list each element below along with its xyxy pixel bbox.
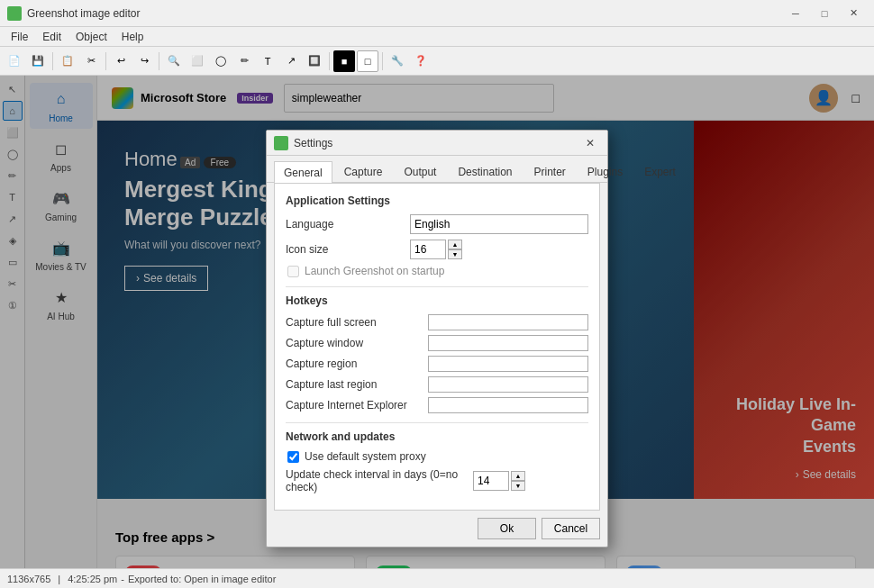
hotkey-region-label: Capture region (286, 357, 421, 370)
menu-edit[interactable]: Edit (35, 29, 68, 45)
toolbar-new[interactable]: 📄 (4, 50, 25, 72)
language-select-wrapper: English (410, 214, 588, 234)
toolbar: 📄 💾 📋 ✂ ↩ ↪ 🔍 ⬜ ◯ ✏ T ↗ 🔲 ■ □ 🔧 ❓ (0, 47, 874, 76)
language-label: Language (286, 218, 403, 231)
icon-size-control: ▲ ▼ (410, 240, 588, 259)
settings-tabs: General Capture Output Destination Print… (267, 156, 607, 183)
toolbar-separator-1 (52, 52, 53, 70)
toolbar-separator-5 (382, 52, 383, 70)
hotkey-fullscreen-input[interactable] (428, 314, 588, 330)
menu-bar: File Edit Object Help (0, 27, 874, 47)
tab-output[interactable]: Output (394, 161, 446, 182)
hotkey-lastregion-label: Capture last region (286, 378, 421, 391)
hotkeys-section: Hotkeys Capture full screen Capture wind… (286, 286, 588, 413)
hotkey-fullscreen-label: Capture full screen (286, 316, 421, 329)
menu-help[interactable]: Help (114, 29, 151, 45)
proxy-label: Use default system proxy (305, 450, 426, 463)
hotkey-region-input[interactable] (428, 356, 588, 372)
status-time: 4:25:25 pm (68, 574, 117, 584)
toolbar-arrow[interactable]: ↗ (280, 50, 302, 72)
dialog-overlay: Settings ✕ General Capture Output Destin… (0, 76, 874, 568)
menu-file[interactable]: File (4, 29, 35, 45)
status-resolution: 1136x765 (7, 574, 50, 584)
hotkey-window-row: Capture window (286, 335, 588, 351)
dialog-title-bar: Settings ✕ (267, 131, 607, 156)
proxy-row: Use default system proxy (286, 450, 588, 463)
update-interval-up[interactable]: ▲ (511, 471, 525, 481)
dialog-title-text: Settings (294, 137, 580, 149)
update-interval-spinner: ▲ ▼ (511, 471, 525, 491)
launch-startup-row: Launch Greenshot on startup (286, 265, 588, 277)
settings-content: Application Settings Language English Ic… (274, 183, 600, 511)
status-bar: 1136x765 | 4:25:25 pm - Exported to: Ope… (0, 568, 874, 588)
maximize-button[interactable]: □ (811, 5, 838, 23)
launch-startup-checkbox[interactable] (287, 266, 299, 277)
toolbar-copy[interactable]: 📋 (57, 50, 78, 72)
update-interval-row: Update check interval in days (0=no chec… (286, 468, 588, 493)
toolbar-cut[interactable]: ✂ (80, 50, 102, 72)
toolbar-text[interactable]: T (257, 50, 278, 72)
tab-expert[interactable]: Expert (634, 161, 686, 182)
title-bar-controls: ─ □ ✕ (782, 5, 867, 23)
update-interval-input[interactable] (473, 471, 509, 491)
tab-printer[interactable]: Printer (523, 161, 575, 182)
toolbar-save[interactable]: 💾 (27, 50, 49, 72)
title-bar-text: Greenshot image editor (27, 7, 782, 20)
app-settings-label: Application Settings (286, 194, 588, 207)
toolbar-ellipse[interactable]: ◯ (210, 50, 232, 72)
proxy-checkbox[interactable] (287, 451, 299, 463)
close-button[interactable]: ✕ (840, 5, 867, 23)
tab-capture[interactable]: Capture (334, 161, 393, 182)
network-label: Network and updates (286, 430, 588, 443)
toolbar-rect[interactable]: ⬜ (187, 50, 208, 72)
minimize-button[interactable]: ─ (782, 5, 809, 23)
toolbar-select[interactable]: 🔲 (304, 50, 325, 72)
dialog-close-button[interactable]: ✕ (580, 135, 600, 151)
toolbar-fill[interactable]: □ (357, 50, 378, 72)
network-section: Network and updates Use default system p… (286, 422, 588, 493)
dialog-footer: Ok Cancel (267, 518, 607, 547)
update-interval-control: ▲ ▼ (473, 471, 588, 491)
toolbar-zoom[interactable]: 🔍 (163, 50, 185, 72)
hotkey-fullscreen-row: Capture full screen (286, 314, 588, 330)
icon-size-label: Icon size (286, 243, 403, 256)
launch-startup-label: Launch Greenshot on startup (305, 265, 444, 277)
tab-destination[interactable]: Destination (448, 161, 522, 182)
icon-size-down[interactable]: ▼ (448, 249, 462, 259)
toolbar-settings[interactable]: 🔧 (387, 50, 408, 72)
toolbar-pencil[interactable]: ✏ (233, 50, 255, 72)
hotkey-lastregion-row: Capture last region (286, 376, 588, 393)
settings-dialog: Settings ✕ General Capture Output Destin… (266, 130, 608, 547)
dialog-title-icon (274, 136, 288, 150)
title-bar: Greenshot image editor ─ □ ✕ (0, 0, 874, 27)
tab-general[interactable]: General (274, 161, 332, 183)
toolbar-help[interactable]: ❓ (410, 50, 432, 72)
icon-size-input[interactable] (410, 240, 446, 259)
ok-button[interactable]: Ok (478, 518, 536, 539)
tab-plugins[interactable]: Plugins (578, 161, 633, 182)
toolbar-separator-3 (159, 52, 159, 70)
app-icon (7, 6, 22, 21)
hotkey-lastregion-input[interactable] (428, 376, 588, 393)
hotkey-ie-row: Capture Internet Explorer (286, 397, 588, 413)
hotkey-region-row: Capture region (286, 356, 588, 372)
menu-object[interactable]: Object (68, 29, 114, 45)
toolbar-redo[interactable]: ↪ (133, 50, 155, 72)
hotkey-ie-input[interactable] (428, 397, 588, 413)
hotkey-ie-label: Capture Internet Explorer (286, 399, 421, 412)
language-row: Language English (286, 214, 588, 234)
update-interval-label: Update check interval in days (0=no chec… (286, 468, 466, 493)
icon-size-up[interactable]: ▲ (448, 240, 462, 249)
language-select[interactable]: English (410, 214, 588, 234)
hotkeys-label: Hotkeys (286, 294, 588, 307)
cancel-button[interactable]: Cancel (542, 518, 600, 539)
toolbar-separator-4 (329, 52, 330, 70)
status-exported: Exported to: Open in image editor (128, 574, 276, 584)
icon-size-row: Icon size ▲ ▼ (286, 240, 588, 259)
hotkey-window-label: Capture window (286, 337, 421, 349)
toolbar-undo[interactable]: ↩ (110, 50, 132, 72)
hotkey-window-input[interactable] (428, 335, 588, 351)
update-interval-down[interactable]: ▼ (511, 481, 525, 491)
toolbar-separator-2 (105, 52, 106, 70)
toolbar-color[interactable]: ■ (333, 50, 355, 72)
